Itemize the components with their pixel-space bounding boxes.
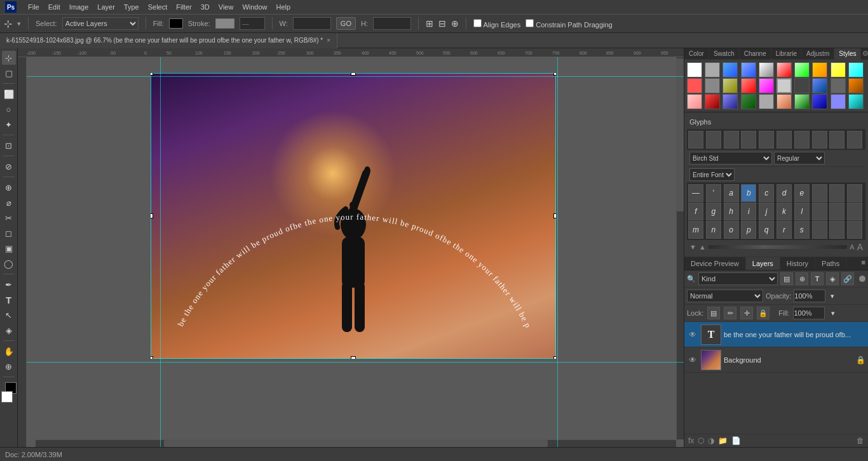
tab-layers[interactable]: Layers (746, 257, 780, 270)
style-swatch-2[interactable] (722, 62, 738, 77)
style-swatch-12[interactable] (722, 78, 738, 93)
add-mask-btn[interactable]: ⬡ (698, 436, 704, 445)
fill-swatch[interactable] (169, 18, 183, 29)
glyph-size-slider[interactable] (709, 245, 848, 249)
layers-filter-kind[interactable]: Kind (698, 272, 778, 285)
style-swatch-6[interactable] (794, 62, 810, 77)
fill-input[interactable] (793, 307, 825, 319)
stamp-tool[interactable]: ✂ (2, 211, 16, 225)
heal-tool[interactable]: ⊕ (2, 180, 16, 194)
glyph-empty-1[interactable] (688, 131, 703, 149)
glyph-size-down-icon[interactable]: ▼ (689, 243, 696, 251)
shape-tool[interactable]: ◈ (2, 323, 16, 337)
glyph-empty-r2-10[interactable] (847, 203, 862, 220)
v-scrollbar[interactable] (676, 57, 684, 439)
h-scrollbar-thumb[interactable] (164, 440, 548, 447)
v-scrollbar-thumb[interactable] (677, 58, 684, 211)
style-swatch-13[interactable] (741, 78, 756, 93)
menu-view[interactable]: View (219, 3, 234, 11)
canvas-drawing-area[interactable]: be the one your father will be proud ofb… (27, 57, 684, 447)
style-swatch-26[interactable] (794, 94, 810, 109)
glyph-empty-10[interactable] (847, 131, 862, 149)
glyph-j[interactable]: j (759, 203, 774, 220)
glyph-b[interactable]: b (741, 184, 756, 202)
handle-bm[interactable] (351, 356, 356, 359)
tab-adjustments[interactable]: Adjustm (802, 48, 834, 60)
glyph-c[interactable]: c (759, 184, 774, 202)
quick-select-tool[interactable]: ✦ (2, 117, 16, 131)
style-swatch-5[interactable] (776, 62, 792, 77)
opacity-arrow[interactable]: ▾ (828, 291, 837, 300)
handle-tl[interactable] (151, 73, 153, 76)
delete-layer-btn[interactable]: 🗑 (857, 436, 864, 445)
filter-smart-icon[interactable]: 🔗 (841, 272, 854, 285)
tab-swatch[interactable]: Swatch (709, 48, 740, 60)
hand-tool[interactable]: ✋ (2, 344, 16, 358)
opacity-input[interactable] (794, 290, 825, 302)
style-swatch-17[interactable] (812, 78, 827, 93)
lock-position-btn[interactable]: ✛ (740, 307, 753, 319)
tab-styles[interactable]: Styles (834, 48, 861, 60)
handle-bl[interactable] (151, 356, 153, 359)
path-select-tool[interactable]: ↖ (2, 308, 16, 322)
layer-eye-text[interactable]: 👁 (687, 329, 698, 340)
menu-layer[interactable]: Layer (97, 3, 115, 11)
glyph-empty-r3-9[interactable] (829, 221, 844, 239)
style-swatch-11[interactable] (705, 78, 720, 93)
document-tab[interactable]: k-615524918-1024x683.jpg @ 66.7% (be the… (0, 33, 337, 48)
style-swatch-27[interactable] (812, 94, 827, 109)
glyph-l[interactable]: l (794, 203, 810, 220)
style-swatch-19[interactable] (848, 78, 864, 93)
lock-transparent-btn[interactable]: ▤ (707, 307, 720, 319)
add-layer-btn[interactable]: 📄 (731, 436, 741, 445)
tab-paths[interactable]: Paths (815, 257, 846, 270)
crop-tool[interactable]: ⊡ (2, 138, 16, 152)
glyph-quote[interactable]: ' (706, 184, 721, 202)
background-color[interactable] (1, 391, 13, 403)
glyph-empty-r2-9[interactable] (829, 203, 844, 220)
style-swatch-29[interactable] (848, 94, 864, 109)
glyph-zoom-in-icon[interactable]: A (857, 242, 863, 252)
glyph-e[interactable]: e (794, 184, 810, 202)
style-swatch-14[interactable] (759, 78, 774, 93)
panel-menu-icon[interactable]: ⚙ (862, 50, 868, 58)
glyph-i[interactable]: i (741, 203, 756, 220)
add-group-btn[interactable]: 📁 (718, 436, 728, 445)
w-input[interactable] (293, 17, 331, 30)
filter-pixel-icon[interactable]: ▤ (780, 272, 793, 285)
brush-tool[interactable]: ⌀ (2, 196, 16, 210)
glyph-empty-r3-10[interactable] (847, 221, 862, 239)
glyph-empty-r2-8[interactable] (812, 203, 827, 220)
lock-all-btn[interactable]: 🔒 (757, 307, 770, 319)
glyph-n[interactable]: n (706, 221, 721, 239)
menu-window[interactable]: Window (242, 3, 267, 11)
artboard-tool[interactable]: ▢ (2, 66, 16, 80)
layers-panel-menu-icon[interactable]: ≡ (859, 257, 868, 270)
layer-item-text[interactable]: 👁 T be the one your father will be proud… (684, 322, 868, 347)
glyph-g[interactable]: g (706, 203, 721, 220)
select-dropdown[interactable]: Active Layers (62, 17, 139, 30)
glyph-empty-5[interactable] (759, 131, 774, 149)
pen-tool[interactable]: ✒ (2, 277, 16, 291)
style-swatch-22[interactable] (722, 94, 738, 109)
h-scrollbar[interactable] (36, 439, 676, 447)
glyph-s[interactable]: s (794, 221, 810, 239)
filter-type-icon[interactable]: T (811, 272, 824, 285)
glyph-d[interactable]: d (776, 184, 792, 202)
style-swatch-10[interactable] (687, 78, 702, 93)
layer-item-background[interactable]: 👁 Background 🔒 (684, 347, 868, 373)
glyph-empty-7[interactable] (794, 131, 810, 149)
stroke-width-input[interactable] (240, 17, 265, 30)
style-swatch-8[interactable] (831, 62, 846, 77)
glyph-filter-select[interactable]: Entire Font (689, 168, 735, 181)
glyph-empty-3[interactable] (724, 131, 739, 149)
handle-mr[interactable] (553, 213, 556, 218)
glyph-empty-r3-8[interactable] (812, 221, 827, 239)
tab-channels[interactable]: Channe (740, 48, 771, 60)
glyph-dash[interactable]: — (688, 184, 703, 202)
glyph-empty-8[interactable] (812, 131, 827, 149)
glyph-empty-r1-10[interactable] (847, 184, 862, 202)
style-swatch-0[interactable] (687, 62, 702, 77)
glyph-zoom-out-icon[interactable]: A (850, 243, 854, 251)
eraser-tool[interactable]: ◻ (2, 226, 16, 240)
